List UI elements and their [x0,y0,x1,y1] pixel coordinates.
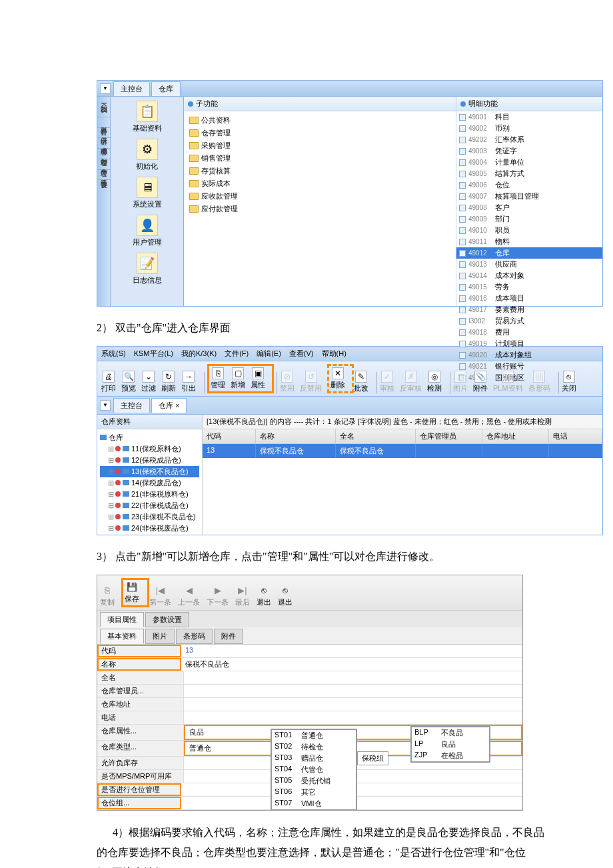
dropdown-item[interactable]: ST07VMI仓 [272,798,356,809]
tree-item[interactable]: ⊞23(非保税不良品仓) [100,511,199,523]
tree-root[interactable]: 仓库 [100,432,199,443]
dropdown-item[interactable]: BLP不良品 [412,727,489,739]
toolbtn-批改[interactable]: ✎批改 [354,371,368,393]
grid-col-header[interactable]: 名称 [256,429,336,443]
toolbtn-新增[interactable]: ▢新增 [231,367,245,390]
tree-item[interactable]: ⊞13(保税不良品仓) [100,466,199,477]
grid-row[interactable]: 13保税不良品仓保税不良品仓 [203,444,602,458]
toolbtn-刷新[interactable]: ↻刷新 [161,371,176,393]
tab-param-settings[interactable]: 参数设置 [145,612,189,627]
dropdown-item[interactable]: ST04代管仓 [272,764,356,775]
expand-icon[interactable]: ⊞ [108,479,114,487]
folder-item[interactable]: 销售管理 [189,152,450,165]
dropdown-item[interactable]: ST01普通仓 [272,730,356,741]
expand-icon[interactable]: ⊞ [108,513,114,521]
nav-item-1[interactable]: ⚙初始化 [111,139,183,171]
toolbtn-关闭[interactable]: ⎋关闭 [562,371,576,393]
toolbtn-打印[interactable]: 🖨打印 [101,371,116,393]
nav-item-2[interactable]: 🖥系统设置 [111,177,183,209]
tab-dropdown-arrow[interactable]: ▼ [100,400,111,411]
formtoolbtn-最后[interactable]: ▶|最后 [235,585,250,607]
detail-item-49010[interactable]: 49010职员 [456,225,602,236]
menu-item[interactable]: 编辑(E) [257,349,281,357]
formtoolbtn-第一条[interactable]: |◀第一条 [149,585,171,607]
grid-col-header[interactable]: 仓库地址 [482,429,549,443]
menu-item[interactable]: KSM平台(L) [134,349,173,357]
dropdown-item[interactable]: ST03赠品仓 [272,753,356,764]
tree-item[interactable]: ⊞12(保税成品仓) [100,455,199,466]
formtoolbtn-下一条[interactable]: ▶下一条 [207,585,229,607]
warehouse-type-dropdown[interactable]: ST01普通仓ST02待检仓ST03赠品仓ST04代管仓ST05受托代销ST06… [271,729,357,811]
expand-icon[interactable]: ⊞ [108,467,114,476]
tab-attachment[interactable]: 附件 [214,629,243,644]
field-value[interactable] [184,671,522,684]
tree-item[interactable]: ⊞22(非保税成品仓) [100,500,199,511]
folder-item[interactable]: 采购管理 [189,139,450,152]
detail-item-49014[interactable]: 49014成本对象 [456,270,602,281]
detail-item-49009[interactable]: 49009部门 [456,213,602,225]
tree-item[interactable]: ⊞24(非保税废品仓) [100,523,199,534]
formtoolbtn-退出[interactable]: ⎋退出 [278,585,293,607]
module-myk3[interactable]: 我的 K/3 [97,97,110,117]
tab-console[interactable]: 主控台 [113,398,150,413]
grid-col-header[interactable]: 代码 [203,429,256,443]
formtoolbtn-上一条[interactable]: ◀上一条 [178,585,200,607]
field-value[interactable] [184,698,522,711]
toolbtn-管理[interactable]: ⎘管理 [211,367,225,390]
menu-item[interactable]: 文件(F) [225,349,249,357]
detail-item-49003[interactable]: 49003凭证字 [456,145,602,157]
detail-item-49017[interactable]: 49017要素费用 [456,304,602,315]
tab-item-props[interactable]: 项目属性 [100,612,144,627]
dropdown-item[interactable]: ST02待检仓 [272,741,356,753]
detail-item-49002[interactable]: 49002币别 [456,123,602,134]
module-system[interactable]: 系统 设置 [97,170,110,181]
detail-item-49019[interactable]: 49019计划项目 [456,338,602,349]
dropdown-item[interactable]: LP良品 [412,739,489,750]
bin-group-value[interactable]: 保税组 [357,751,388,765]
tree-item[interactable]: ⊞11(保税原料仓) [100,443,199,455]
tree-item[interactable]: ⊞14(保税废品仓) [100,477,199,489]
detail-item-49005[interactable]: 49005结算方式 [456,168,602,179]
menu-item[interactable]: 系统(S) [101,349,126,357]
toolbtn-过滤[interactable]: ⌄过滤 [141,371,156,393]
detail-item-49013[interactable]: 49013供应商 [456,259,602,270]
detail-item-49008[interactable]: 49008客户 [456,202,602,213]
detail-item-49011[interactable]: 49011物料 [456,236,602,247]
detail-item-49016[interactable]: 49016成本项目 [456,293,602,304]
detail-item-49004[interactable]: 49004计量单位 [456,157,602,168]
field-value[interactable]: 13 [181,645,522,657]
formtoolbtn-复制[interactable]: ⎘复制 [100,585,115,607]
expand-icon[interactable]: ⊞ [108,490,114,499]
toolbtn-附件[interactable]: 📎附件 [473,371,488,393]
menu-item[interactable]: 帮助(H) [322,349,346,357]
tab-barcode[interactable]: 条形码 [176,629,213,644]
detail-item-49012[interactable]: 49012仓库 [456,247,602,259]
folder-item[interactable]: 仓存管理 [189,127,450,139]
toolbtn-属性[interactable]: ▣属性 [251,367,265,390]
grid-col-header[interactable]: 全名 [336,429,416,443]
detail-item-49020[interactable]: 49020成本对象组 [456,349,602,361]
nav-item-3[interactable]: 👤用户管理 [111,215,183,247]
toolbtn-检测[interactable]: ◎检测 [427,371,442,393]
expand-icon[interactable]: ⊞ [108,501,114,510]
detail-item-49001[interactable]: 49001科目 [456,111,602,123]
field-value[interactable]: 保税不良品仓 [181,658,522,671]
dropdown-item[interactable]: ZJP在检品 [412,750,489,761]
folder-item[interactable]: 实际成本 [189,177,450,190]
expand-icon[interactable]: ⊞ [108,456,114,465]
menu-item[interactable]: 查看(V) [289,349,314,357]
expand-icon[interactable]: ⊞ [108,445,114,453]
grid-col-header[interactable]: 电话 [549,429,602,443]
formtoolbtn-退出[interactable]: ⎋退出 [257,585,271,607]
tab-console[interactable]: 主控台 [113,81,150,96]
menu-item[interactable]: 我的K/3(K) [181,349,217,357]
module-plan[interactable]: 计划 管理 [97,149,110,159]
tab-warehouse-active[interactable]: 仓库 × [151,398,187,413]
expand-icon[interactable]: ⊞ [108,524,114,533]
field-value[interactable] [184,711,522,724]
tab-image[interactable]: 图片 [145,629,175,644]
folder-item[interactable]: 公共资料 [189,114,450,127]
toolbtn-预览[interactable]: 🔍预览 [121,371,136,393]
folder-item[interactable]: 存货核算 [189,165,450,177]
detail-item-49015[interactable]: 49015劳务 [456,281,602,293]
